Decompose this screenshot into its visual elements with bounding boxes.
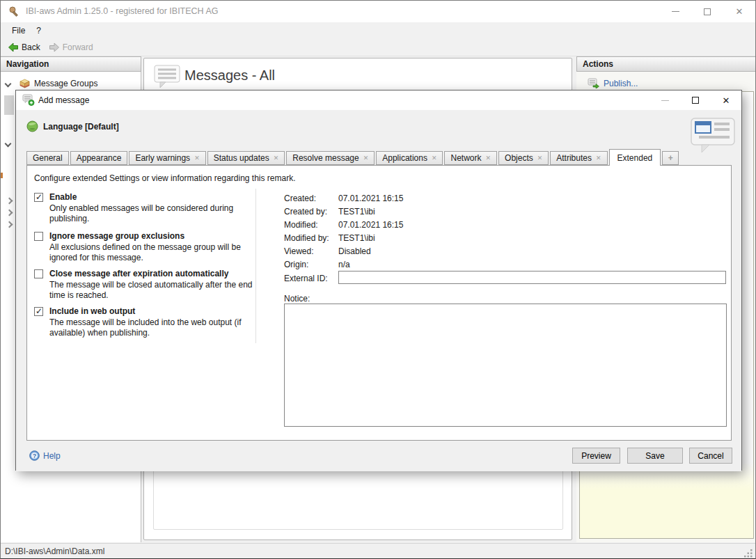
dialog-minimize-icon[interactable] <box>649 90 680 110</box>
tab-attributes[interactable]: Attributes✕ <box>550 151 607 165</box>
status-bar: D:\IBI-aws\Admin\Data.xml <box>1 543 755 559</box>
tab-close-icon[interactable]: ✕ <box>596 155 601 162</box>
add-message-dialog: Add message ✕ Language [Default] <box>15 90 742 471</box>
cancel-button[interactable]: Cancel <box>689 448 732 464</box>
forward-button[interactable]: Forward <box>45 38 97 56</box>
info-label: Viewed: <box>284 246 313 256</box>
navigation-header: Navigation <box>1 56 141 72</box>
globe-icon <box>26 120 38 132</box>
chevron-right-icon[interactable] <box>6 221 13 228</box>
dialog-close-icon[interactable]: ✕ <box>711 90 741 110</box>
info-value: TEST1\ibi <box>338 207 375 216</box>
minimize-icon[interactable] <box>659 1 691 22</box>
add-message-icon <box>22 94 35 106</box>
message-bubble-icon <box>691 118 740 154</box>
message-groups-icon <box>19 78 31 88</box>
tab-label: General <box>33 154 63 162</box>
help-label: Help <box>43 451 61 461</box>
option-label[interactable]: Close message after expiration automatic… <box>49 269 228 278</box>
publish-link[interactable]: Publish... <box>588 78 638 88</box>
info-value: 07.01.2021 16:15 <box>338 220 403 230</box>
ignore-exclusions-checkbox[interactable] <box>34 232 43 241</box>
chevron-right-icon[interactable] <box>6 198 13 205</box>
tab-close-icon[interactable]: ✕ <box>537 155 543 162</box>
app-window: IBI-aws Admin 1.25.0 - registered for IB… <box>0 0 756 559</box>
close-icon[interactable]: ✕ <box>723 1 755 22</box>
info-label: Modified: <box>284 220 318 230</box>
tab-general[interactable]: General✕ <box>26 151 69 165</box>
info-label: Created by: <box>284 207 327 216</box>
forward-label: Forward <box>63 42 93 52</box>
info-value: Disabled <box>338 246 371 256</box>
tab-appearance[interactable]: Appearance✕ <box>70 151 128 165</box>
resize-grip-icon[interactable] <box>744 549 753 558</box>
tab-early-warnings[interactable]: Early warnings✕ <box>129 151 205 165</box>
help-link[interactable]: ? Help <box>29 450 61 461</box>
tab-network[interactable]: Network✕ <box>444 151 497 165</box>
option-description: The message will be included into the we… <box>49 317 262 338</box>
maximize-icon[interactable] <box>691 1 723 22</box>
option-label[interactable]: Include in web output <box>49 306 135 316</box>
info-label: Origin: <box>284 260 308 269</box>
back-icon <box>8 42 19 53</box>
info-value: n/a <box>338 260 350 269</box>
tab-label: Network <box>450 154 481 162</box>
dialog-maximize-icon[interactable] <box>680 90 711 110</box>
enable-checkbox[interactable] <box>34 193 43 202</box>
tab-add-button[interactable]: + <box>662 151 679 165</box>
chevron-down-icon[interactable] <box>5 141 12 148</box>
option-label[interactable]: Ignore message group exclusions <box>49 231 184 241</box>
tab-label: Objects <box>505 154 533 162</box>
language-selector[interactable]: Language [Default] <box>26 120 119 132</box>
tab-status-updates[interactable]: Status updates✕ <box>207 151 285 165</box>
option-label[interactable]: Enable <box>49 192 77 202</box>
close-after-expiration-checkbox[interactable] <box>34 269 43 278</box>
include-web-output-checkbox[interactable] <box>34 307 43 316</box>
menu-file[interactable]: File <box>6 22 31 38</box>
tree-item-icon-partial <box>4 95 14 115</box>
menu-help[interactable]: ? <box>31 22 47 38</box>
dialog-title: Add message <box>38 90 89 110</box>
help-icon: ? <box>29 450 40 461</box>
back-button[interactable]: Back <box>3 38 45 56</box>
window-title: IBI-aws Admin 1.25.0 - registered for IB… <box>26 1 219 22</box>
dialog-tabs: General✕ Appearance✕ Early warnings✕ Sta… <box>26 149 680 166</box>
extended-tab-content: Configure extended Settings or view info… <box>26 165 732 441</box>
tab-close-icon[interactable]: ✕ <box>194 155 200 162</box>
app-icon <box>8 6 21 18</box>
preview-button[interactable]: Preview <box>572 448 620 464</box>
tab-resolve-message[interactable]: Resolve message✕ <box>286 151 375 165</box>
chevron-down-icon[interactable] <box>5 81 12 88</box>
tree-item-message-groups[interactable]: Message Groups <box>1 76 141 88</box>
window-titlebar: IBI-aws Admin 1.25.0 - registered for IB… <box>1 1 755 22</box>
tab-label: Applications <box>382 154 427 162</box>
option-description: The message will be closed automatically… <box>49 280 262 301</box>
notice-textarea[interactable] <box>284 304 727 427</box>
tab-close-icon[interactable]: ✕ <box>363 155 369 162</box>
tab-label: Resolve message <box>292 154 359 162</box>
tab-label: Attributes <box>556 154 592 162</box>
column-divider <box>255 189 256 343</box>
back-label: Back <box>22 42 40 52</box>
save-button[interactable]: Save <box>627 448 683 464</box>
tab-extended[interactable]: Extended✕ <box>609 149 661 166</box>
dialog-titlebar: Add message ✕ <box>16 90 741 110</box>
external-id-label: External ID: <box>284 274 328 283</box>
publish-icon <box>588 78 599 88</box>
tab-objects[interactable]: Objects✕ <box>498 151 549 165</box>
notice-label: Notice: <box>284 294 310 304</box>
tab-close-icon[interactable]: ✕ <box>432 155 437 162</box>
tab-label: Appearance <box>77 154 122 162</box>
forward-icon <box>49 42 60 53</box>
svg-text:?: ? <box>33 452 36 459</box>
tab-close-icon[interactable]: ✕ <box>486 155 491 162</box>
toolbar: Back Forward <box>1 38 755 56</box>
tab-applications[interactable]: Applications✕ <box>376 151 443 165</box>
option-description: All exclusions defined on the message gr… <box>49 242 262 263</box>
language-label: Language [Default] <box>43 122 119 132</box>
tab-close-icon[interactable]: ✕ <box>274 155 279 162</box>
external-id-input[interactable] <box>338 271 726 284</box>
chevron-right-icon[interactable] <box>6 210 13 216</box>
option-description: Only enabled messages will be considered… <box>49 203 262 224</box>
statusbar-path: D:\IBI-aws\Admin\Data.xml <box>5 544 104 559</box>
